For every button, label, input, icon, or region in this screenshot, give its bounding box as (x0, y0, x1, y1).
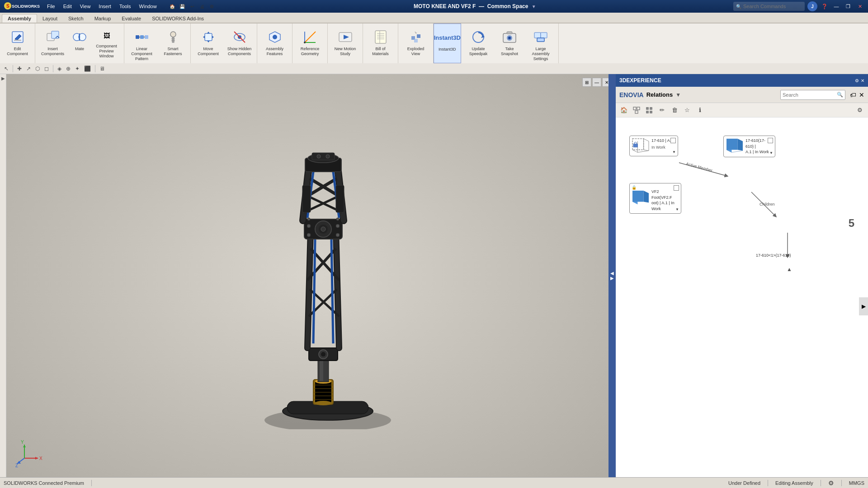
zoom-out-btn[interactable]: — (592, 78, 601, 87)
new-motion-study-btn[interactable]: New Motion Study (330, 27, 360, 58)
panel-settings-btn[interactable]: ⚙ (855, 78, 859, 83)
fill-tool[interactable]: ⬛ (83, 65, 92, 72)
move-component-btn[interactable]: Move Component (193, 27, 223, 58)
mate-btn[interactable]: Mate (69, 27, 90, 53)
info-tool-btn[interactable]: ℹ (694, 105, 705, 116)
search-commands-input[interactable] (743, 4, 802, 9)
tab-assembly[interactable]: Assembly (2, 14, 37, 23)
new-motion-study-label: New Motion Study (332, 47, 358, 56)
rect-tool[interactable]: ◻ (43, 65, 50, 72)
collapse-arrow[interactable]: ▲ (787, 266, 792, 272)
menu-file[interactable]: File (43, 3, 59, 10)
show-hidden-btn[interactable]: Show Hidden Components (225, 27, 254, 58)
tab-addins[interactable]: SOLIDWORKS Add-Ins (146, 14, 209, 23)
node1-checkbox[interactable] (670, 138, 676, 143)
tab-evaluate[interactable]: Evaluate (116, 14, 146, 23)
node-17610-child[interactable]: 17-610(17-610) | A.1 | In Work ▼ (723, 136, 775, 157)
take-snapshot-btn[interactable]: Take Snapshot (495, 27, 524, 58)
take-snapshot-icon (501, 28, 518, 46)
child-ref-text: 17-610<1>(17-610) (756, 253, 791, 258)
exploded-view-btn[interactable]: Exploded View (401, 27, 430, 58)
assembly-features-btn[interactable]: Assembly Features (260, 27, 289, 58)
insert-components-btn[interactable]: Insert Components (38, 27, 67, 58)
relations-dropdown-btn[interactable]: ▼ (675, 92, 681, 98)
delete-tool-btn[interactable]: 🗑 (669, 105, 680, 116)
tab-layout[interactable]: Layout (37, 14, 63, 23)
display-tool[interactable]: 🖥 (98, 65, 106, 72)
tag-icon[interactable]: 🏷 (850, 91, 856, 99)
statusbar-status: Under Defined (728, 480, 760, 486)
smart-fasteners-btn[interactable]: Smart Fasteners (158, 27, 188, 58)
grid-tool-btn[interactable] (644, 105, 655, 116)
close-btn[interactable]: ✕ (855, 2, 864, 11)
large-assembly-btn[interactable]: Large Assembly Settings (526, 27, 556, 62)
panel-settings-tool-btn[interactable]: ⚙ (854, 105, 865, 116)
polygon-tool[interactable]: ⬡ (34, 65, 41, 72)
show-hidden-label: Show Hidden Components (226, 47, 252, 56)
tab-sketch[interactable]: Sketch (63, 14, 89, 23)
node3-dropdown-btn[interactable]: ▼ (675, 207, 679, 211)
star-tool-btn[interactable]: ☆ (682, 105, 693, 116)
search-icon[interactable]: 🔍 (837, 92, 843, 98)
select-tool[interactable]: ↖ (3, 65, 10, 72)
edit-tool-btn[interactable]: ✏ (656, 105, 667, 116)
svg-point-41 (508, 37, 511, 39)
instant3d-btn[interactable]: Instant3D Instant3D (437, 28, 458, 53)
sketch-point-tool[interactable]: ✚ (16, 65, 23, 72)
fit-view-btn[interactable]: ⊞ (582, 78, 591, 87)
circle-tool[interactable]: ◈ (56, 65, 63, 72)
node2-checkbox[interactable] (768, 138, 773, 143)
home-tool-btn[interactable]: 🏠 (618, 105, 629, 116)
svg-marker-102 (644, 139, 649, 151)
help-btn[interactable]: ❓ (820, 2, 829, 11)
svg-point-52 (315, 401, 331, 405)
node-vf2foot[interactable]: 🔒 VF2 Foot(VF2.F oot) | A.1 | In Work ▼ (629, 183, 681, 214)
spline-tool[interactable]: ✦ (74, 65, 81, 72)
svg-point-77 (307, 218, 310, 221)
menu-window[interactable]: Window (136, 3, 160, 10)
number-badge-5: 5 (849, 217, 854, 230)
viewport[interactable]: X Y Z ⊞ — ✕ (6, 74, 615, 477)
component-preview-label: Component Preview Window (94, 44, 119, 58)
reference-geometry-btn[interactable]: Reference Geometry (295, 27, 325, 58)
arc-tool[interactable]: ⊕ (65, 65, 72, 72)
edit-component-btn[interactable]: Edit Component (3, 27, 32, 58)
node2-dropdown-btn[interactable]: ▼ (769, 151, 773, 155)
ribbon-group-pattern: Linear Component Pattern Smart Fasteners (124, 23, 191, 63)
panel-close-btn[interactable]: ✕ (861, 78, 864, 83)
menu-insert[interactable]: Insert (95, 3, 115, 10)
graph-expand-btn[interactable]: ▶ (859, 297, 868, 315)
user-avatar[interactable]: J (807, 1, 817, 11)
node1-dropdown-btn[interactable]: ▼ (672, 150, 676, 154)
svg-point-13 (170, 32, 176, 37)
expand-tool-btn[interactable] (631, 105, 642, 116)
options-btn[interactable]: ⚙ (208, 2, 217, 10)
right-panel-expand-btn[interactable]: ◀▶ (609, 74, 616, 477)
component-preview-btn[interactable]: 🖼 Component Preview Window (92, 27, 121, 60)
tab-markup[interactable]: Markup (89, 14, 117, 23)
line-tool[interactable]: ↗ (25, 65, 32, 72)
update-speedpak-btn[interactable]: Update Speedpak (464, 27, 493, 58)
bill-of-materials-btn[interactable]: Bill of Materials (366, 27, 395, 58)
save-btn[interactable]: 💾 (178, 2, 187, 10)
node3-checkbox[interactable] (674, 185, 679, 191)
close-relations-btn[interactable]: ✕ (859, 91, 864, 99)
node2-sub: A.1 | In Work (745, 149, 773, 155)
home-btn[interactable]: 🏠 (168, 2, 177, 10)
large-assembly-label: Large Assembly Settings (528, 47, 554, 61)
ribbon-tabs: Assembly Layout Sketch Markup Evaluate S… (0, 13, 868, 23)
statusbar-settings-icon[interactable]: ⚙ (828, 479, 834, 487)
restore-btn[interactable]: ❐ (844, 2, 853, 11)
menu-view[interactable]: View (76, 3, 94, 10)
menu-edit[interactable]: Edit (60, 3, 75, 10)
expand-panel-btn[interactable]: ▶ (0, 76, 5, 81)
menu-tools[interactable]: Tools (116, 3, 135, 10)
undo-btn[interactable]: ↩ (188, 2, 197, 10)
new-motion-study-icon (337, 28, 354, 46)
linear-component-pattern-btn[interactable]: Linear Component Pattern (127, 27, 156, 62)
minimize-btn[interactable]: — (832, 2, 841, 11)
node-17610-main[interactable]: 17-610 | A.1 | In Work ▼ (629, 136, 678, 156)
svg-text:Y: Y (21, 440, 24, 445)
relations-search-input[interactable] (783, 92, 837, 98)
print-btn[interactable]: 🖨 (198, 2, 207, 10)
